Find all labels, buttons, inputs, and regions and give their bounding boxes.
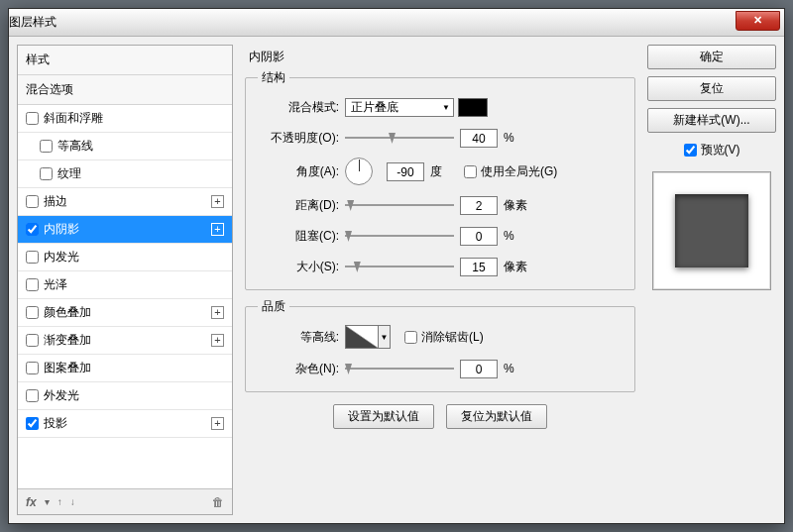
texture-checkbox[interactable] (40, 167, 53, 180)
noise-slider[interactable] (345, 361, 454, 376)
distance-unit: 像素 (504, 197, 527, 214)
noise-label: 杂色(N): (258, 361, 345, 377)
choke-slider[interactable] (345, 228, 454, 244)
stroke-checkbox[interactable] (26, 195, 39, 208)
contour-picker[interactable] (345, 325, 379, 349)
distance-label: 距离(D): (258, 197, 345, 214)
trash-icon[interactable]: 🗑 (212, 495, 224, 509)
choke-input[interactable]: 0 (460, 227, 498, 246)
gradient-overlay-checkbox[interactable] (26, 334, 39, 347)
noise-input[interactable]: 0 (460, 360, 498, 378)
satin-checkbox[interactable] (26, 278, 39, 291)
style-item-pattern-overlay[interactable]: 图案叠加 (18, 355, 232, 382)
angle-input[interactable]: -90 (387, 162, 424, 181)
right-column: 确定 复位 新建样式(W)... 预览(V) (647, 45, 776, 515)
opacity-input[interactable]: 40 (460, 129, 498, 148)
inner-shadow-checkbox[interactable] (26, 223, 39, 236)
close-button[interactable]: ✕ (736, 11, 780, 31)
style-item-gradient-overlay[interactable]: 渐变叠加+ (18, 327, 232, 355)
style-item-satin[interactable]: 光泽 (18, 271, 232, 299)
color-overlay-checkbox[interactable] (26, 306, 39, 319)
size-slider[interactable] (345, 259, 454, 274)
opacity-slider[interactable] (345, 130, 454, 146)
angle-label: 角度(A): (258, 163, 345, 180)
style-label: 描边 (44, 193, 67, 210)
chevron-down-icon: ▼ (442, 103, 450, 112)
style-label: 等高线 (57, 138, 93, 155)
new-style-button[interactable]: 新建样式(W)... (647, 108, 776, 133)
distance-input[interactable]: 2 (460, 196, 498, 215)
distance-slider[interactable] (345, 197, 454, 213)
size-unit: 像素 (504, 259, 527, 275)
drop-shadow-checkbox[interactable] (26, 417, 39, 430)
move-up-icon[interactable]: ↑ (57, 496, 62, 507)
style-label: 外发光 (44, 387, 79, 404)
size-input[interactable]: 15 (460, 258, 498, 276)
preview-swatch (675, 194, 748, 267)
antialias-checkbox[interactable] (404, 331, 417, 344)
fx-menu-icon[interactable]: fx (26, 495, 37, 509)
blending-options[interactable]: 混合选项 (18, 75, 232, 105)
contour-label: 等高线: (258, 329, 345, 346)
sidebar-footer: fx▾ ↑ ↓ 🗑 (18, 488, 232, 514)
blend-mode-select[interactable]: 正片叠底 ▼ (345, 98, 454, 117)
contour-dropdown-icon[interactable]: ▼ (379, 325, 391, 349)
styles-header[interactable]: 样式 (18, 46, 232, 75)
structure-legend: 结构 (258, 69, 289, 86)
add-icon[interactable]: + (211, 223, 224, 236)
ok-button[interactable]: 确定 (647, 45, 776, 69)
quality-group: 品质 等高线: ▼ 消除锯齿(L) 杂色(N): 0 % (245, 298, 635, 392)
add-icon[interactable]: + (211, 334, 224, 347)
style-label: 斜面和浮雕 (44, 110, 103, 127)
contour-checkbox[interactable] (40, 140, 53, 153)
style-label: 投影 (44, 415, 67, 432)
style-label: 图案叠加 (44, 360, 91, 376)
make-default-button[interactable]: 设置为默认值 (333, 404, 434, 429)
noise-unit: % (504, 362, 527, 375)
pattern-overlay-checkbox[interactable] (26, 362, 39, 374)
style-item-outer-glow[interactable]: 外发光 (18, 382, 232, 410)
choke-label: 阻塞(C): (258, 228, 345, 245)
inner-glow-checkbox[interactable] (26, 251, 39, 264)
reset-button[interactable]: 复位 (647, 76, 776, 101)
style-label: 渐变叠加 (44, 332, 91, 349)
global-light-checkbox[interactable] (464, 165, 477, 178)
move-down-icon[interactable]: ↓ (70, 496, 75, 507)
angle-unit: 度 (430, 163, 454, 180)
add-icon[interactable]: + (211, 195, 224, 208)
preview-checkbox[interactable] (684, 144, 697, 157)
fx-menu-caret[interactable]: ▾ (45, 496, 50, 507)
reset-default-button[interactable]: 复位为默认值 (446, 404, 547, 429)
style-item-bevel[interactable]: 斜面和浮雕 (18, 105, 232, 133)
layer-style-dialog: 图层样式 ✕ 样式 混合选项 斜面和浮雕 等高线 纹理 描边+ 内阴影+ 内发光… (8, 8, 785, 524)
style-label: 内发光 (44, 249, 79, 266)
size-label: 大小(S): (258, 259, 345, 275)
opacity-unit: % (504, 131, 527, 145)
choke-unit: % (504, 229, 527, 243)
style-label: 光泽 (44, 276, 67, 293)
style-item-inner-glow[interactable]: 内发光 (18, 244, 232, 271)
preview-label: 预览(V) (701, 142, 740, 159)
style-item-inner-shadow[interactable]: 内阴影+ (18, 216, 232, 244)
outer-glow-checkbox[interactable] (26, 389, 39, 402)
style-item-stroke[interactable]: 描边+ (18, 188, 232, 216)
bevel-checkbox[interactable] (26, 112, 39, 125)
style-item-texture[interactable]: 纹理 (18, 160, 232, 188)
style-item-drop-shadow[interactable]: 投影+ (18, 410, 232, 438)
titlebar[interactable]: 图层样式 ✕ (9, 9, 784, 37)
style-list: 样式 混合选项 斜面和浮雕 等高线 纹理 描边+ 内阴影+ 内发光 光泽 颜色叠… (18, 46, 232, 488)
antialias-label: 消除锯齿(L) (421, 329, 484, 346)
blend-mode-label: 混合模式: (258, 99, 345, 116)
add-icon[interactable]: + (211, 306, 224, 319)
add-icon[interactable]: + (211, 417, 224, 430)
global-light-label: 使用全局光(G) (481, 163, 557, 180)
blend-mode-value: 正片叠底 (351, 99, 398, 116)
style-label: 颜色叠加 (44, 304, 91, 321)
style-label: 纹理 (57, 165, 81, 182)
quality-legend: 品质 (258, 298, 289, 315)
angle-dial[interactable] (345, 158, 373, 185)
structure-group: 结构 混合模式: 正片叠底 ▼ 不透明度(O): 40 % 角度(A (245, 69, 635, 290)
style-item-contour[interactable]: 等高线 (18, 133, 232, 160)
color-swatch[interactable] (458, 98, 488, 117)
style-item-color-overlay[interactable]: 颜色叠加+ (18, 299, 232, 327)
